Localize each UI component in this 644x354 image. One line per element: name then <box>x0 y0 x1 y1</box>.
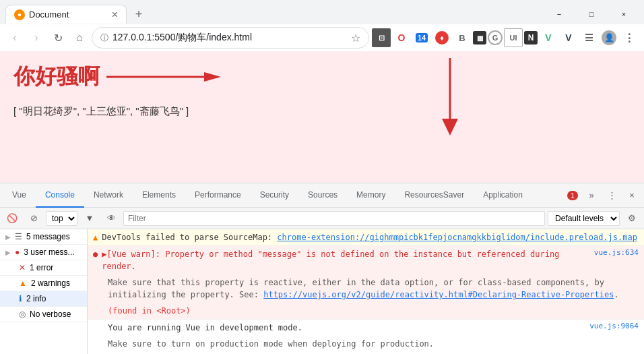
devtools-controls: 1 » ⋮ × <box>567 186 641 205</box>
log-source-1[interactable]: vue.js:634 <box>594 248 639 272</box>
ext-icon-v1[interactable]: V <box>539 28 558 47</box>
tab-memory[interactable]: Memory <box>347 183 395 208</box>
sidebar-item-label-verbose: No verbose <box>30 309 71 319</box>
tab-console[interactable]: Console <box>36 183 84 208</box>
reload-button[interactable]: ↻ <box>49 28 67 47</box>
all-messages-icon: ☰ <box>15 232 22 241</box>
tab-title: Document <box>29 9 108 20</box>
devtools-close-button[interactable]: × <box>622 186 641 205</box>
sidebar-item-verbose[interactable]: ◎ No verbose <box>0 307 87 322</box>
devtools-panel: Vue Console Network Elements Performance… <box>0 183 644 354</box>
devtools-tabs: Vue Console Network Elements Performance… <box>0 183 644 208</box>
devtools-menu-button[interactable]: ⋮ <box>602 186 621 205</box>
ext-icon-red[interactable]: ♦ <box>432 28 451 47</box>
sidebar-item-label-warn: 2 warnings <box>31 278 70 288</box>
forward-button[interactable]: › <box>27 28 46 47</box>
ext-icon-n[interactable]: N <box>524 31 538 45</box>
sidebar-item-errors[interactable]: ✕ 1 error <box>0 260 87 276</box>
ext-icon-b[interactable]: B <box>453 28 472 47</box>
log-entry-1: ▲ DevTools failed to parse SourceMap: ch… <box>88 229 644 246</box>
sidebar-item-label-error: 1 error <box>30 263 53 272</box>
close-button[interactable]: × <box>609 5 639 24</box>
ext-icon-g[interactable]: G <box>488 30 503 45</box>
filter-input[interactable] <box>123 211 545 226</box>
more-options-icon[interactable]: ⋮ <box>620 28 639 47</box>
user-messages-icon: ● <box>15 247 20 257</box>
context-select[interactable]: top <box>46 211 77 226</box>
opera-icon[interactable]: O <box>392 28 411 47</box>
verbose-icon: ◎ <box>19 309 26 319</box>
tab-security[interactable]: Security <box>251 183 298 208</box>
console-sidebar: ▶ ☰ 5 messages ▶ ● 3 user mess... ✕ 1 er… <box>0 229 88 354</box>
sidebar-item-label-all: 5 messages <box>26 232 70 241</box>
url-text: 127.0.0.1:5500/购物车/index.html <box>112 32 347 44</box>
expand-icon-2: ▶ <box>5 249 11 256</box>
tab-elements[interactable]: Elements <box>133 183 185 208</box>
page-content: 你好骚啊 [ "明日花绮罗", "上三悠亚", "斋藤飞鸟" ] <box>0 51 644 183</box>
sidebar-item-all-messages[interactable]: ▶ ☰ 5 messages <box>0 229 87 245</box>
active-tab[interactable]: ● Document × <box>5 5 127 24</box>
error-badge: 1 <box>567 191 578 200</box>
console-settings-button[interactable]: ⚙ <box>622 209 641 228</box>
tab-performance[interactable]: Performance <box>185 183 251 208</box>
log-text-error-1: ▶[Vue warn]: Property or method "message… <box>102 248 590 272</box>
console-log-area: ▲ DevTools failed to parse SourceMap: ch… <box>88 229 644 354</box>
red-arrow-right <box>106 67 228 87</box>
ext-icon-block[interactable]: ▦ <box>473 31 486 45</box>
minimize-button[interactable]: − <box>544 5 574 24</box>
warn-icon-1: ▲ <box>93 233 98 242</box>
more-tabs-button[interactable]: » <box>582 186 601 205</box>
sidebar-item-info[interactable]: ℹ 2 info <box>0 291 87 307</box>
back-button[interactable]: ‹ <box>5 28 24 47</box>
console-content: ▶ ☰ 5 messages ▶ ● 3 user mess... ✕ 1 er… <box>0 229 644 354</box>
tab-network[interactable]: Network <box>84 183 133 208</box>
address-bar: ‹ › ↻ ⌂ ⓘ 127.0.0.1:5500/购物车/index.html … <box>0 24 644 51</box>
tab-vue[interactable]: Vue <box>3 183 36 208</box>
log-text-1: DevTools failed to parse SourceMap: chro… <box>102 231 639 243</box>
ext-icon-ui[interactable]: UI <box>504 28 523 47</box>
bookmark-star-icon[interactable]: ☆ <box>351 32 360 45</box>
svg-marker-1 <box>442 119 458 136</box>
eye-icon[interactable]: 👁 <box>102 209 121 228</box>
page-array: [ "明日花绮罗", "上三悠亚", "斋藤飞鸟" ] <box>13 105 631 118</box>
sidebar-item-user-messages[interactable]: ▶ ● 3 user mess... <box>0 245 87 260</box>
error-icon-1: ● <box>93 249 98 272</box>
sidebar-item-warnings[interactable]: ▲ 2 warnings <box>0 276 87 291</box>
ext-icon-menu[interactable]: ☰ <box>579 28 598 47</box>
log-source-3[interactable]: vue.js:9064 <box>589 322 639 334</box>
tab-sources[interactable]: Sources <box>298 183 347 208</box>
page-heading: 你好骚啊 <box>13 62 100 92</box>
clear-console-button[interactable]: 🚫 <box>3 209 22 228</box>
tab-resourcessaver[interactable]: ResourcesSaver <box>395 183 474 208</box>
maximize-button[interactable]: □ <box>577 5 606 24</box>
expand-icon: ▶ <box>5 233 11 241</box>
svg-marker-3 <box>204 72 221 82</box>
sidebar-item-label-info: 2 info <box>26 294 46 303</box>
context-dropdown-icon[interactable]: ▼ <box>80 209 99 228</box>
title-bar: ● Document × + − □ × <box>0 0 644 24</box>
tab-application[interactable]: Application <box>474 183 532 208</box>
sidebar-item-label-user: 3 user mess... <box>24 247 74 257</box>
home-button[interactable]: ⌂ <box>70 28 89 47</box>
info-icon: ℹ <box>19 294 22 303</box>
log-link-1[interactable]: chrome-extension://gighmmpicbk1fepjocnam… <box>277 233 637 242</box>
extensions-icon[interactable]: ⊡ <box>372 28 391 47</box>
info-spacer <box>93 322 104 334</box>
levels-select[interactable]: Default levels <box>548 211 620 226</box>
ext-icon-v2[interactable]: V <box>559 28 578 47</box>
user-avatar-icon[interactable]: 👤 <box>600 28 618 47</box>
browser-chrome: ● Document × + − □ × ‹ › ↻ ⌂ ⓘ 127.0.0.1… <box>0 0 644 51</box>
log-entry-3: You are running Vue in development mode.… <box>88 320 644 354</box>
red-arrow-down <box>437 58 463 139</box>
console-toolbar: 🚫 ⊘ top ▼ 👁 Default levels ⚙ <box>0 208 644 229</box>
log-entry-2: ● ▶[Vue warn]: Property or method "messa… <box>88 246 644 320</box>
new-tab-button[interactable]: + <box>129 5 148 24</box>
url-bar[interactable]: ⓘ 127.0.0.1:5500/购物车/index.html ☆ <box>92 27 369 49</box>
log-text-3: You are running Vue in development mode. <box>108 322 585 334</box>
filter-button[interactable]: ⊘ <box>24 209 43 228</box>
badge-icon-14[interactable]: 14 <box>412 28 431 47</box>
secure-icon: ⓘ <box>100 32 108 44</box>
log-link-2[interactable]: https://vuejs.org/v2/guide/reactivity.ht… <box>263 290 614 299</box>
tab-close-button[interactable]: × <box>112 9 118 20</box>
warnings-icon: ▲ <box>19 278 27 288</box>
